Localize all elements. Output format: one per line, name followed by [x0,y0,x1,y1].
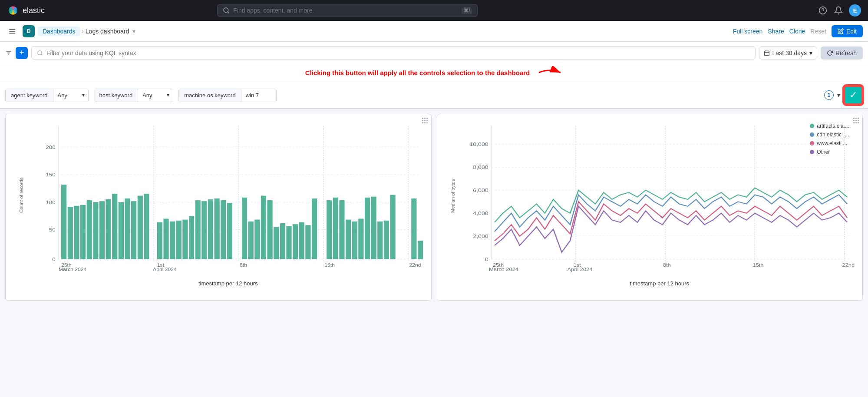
svg-rect-75 [333,198,338,259]
svg-rect-54 [182,220,188,259]
svg-point-2 [9,7,13,14]
date-picker[interactable]: Last 30 days ▾ [759,46,817,60]
annotation-row: Clicking this button will apply all the … [0,64,868,82]
svg-rect-83 [384,221,389,259]
svg-rect-64 [254,220,260,259]
apply-controls-area: 1 ▾ ✓ [824,86,863,105]
svg-rect-63 [248,222,254,259]
svg-point-3 [13,7,17,14]
svg-text:April 2024: April 2024 [153,267,177,272]
svg-rect-42 [99,201,105,259]
svg-rect-69 [286,226,291,259]
breadcrumb-current: Logs dashboard [86,28,129,35]
svg-rect-82 [377,222,383,259]
svg-rect-65 [261,196,266,259]
host-keyword-value[interactable]: Any ▾ [138,89,173,102]
notifications-icon[interactable] [833,5,844,16]
dashboard-badge[interactable]: D [23,25,35,37]
kql-search-bar[interactable] [31,46,756,60]
svg-text:2,000: 2,000 [473,233,488,239]
svg-text:8th: 8th [240,262,247,267]
machine-os-label: machine.os.keyword [179,89,241,102]
svg-rect-66 [267,200,273,259]
agent-keyword-control[interactable]: agent.keyword Any ▾ [5,89,89,102]
top-navigation: elastic ⌘/ E [0,0,868,21]
machine-os-control[interactable]: machine.os.keyword win 7 [178,89,277,102]
svg-rect-85 [411,198,416,259]
svg-rect-55 [189,216,194,259]
agent-keyword-value[interactable]: Any ▾ [53,89,88,102]
refresh-icon [827,50,833,56]
svg-rect-47 [131,201,136,259]
svg-text:10,000: 10,000 [469,141,488,147]
svg-line-5 [228,12,229,13]
breadcrumb: Dashboards › Logs dashboard ▾ [38,26,135,36]
svg-rect-51 [163,218,168,259]
svg-rect-39 [80,205,86,259]
search-input[interactable] [233,7,458,14]
filter-icon[interactable] [5,50,12,56]
apply-check-button[interactable]: ✓ [844,86,863,105]
bar-chart-x-label: timestamp per 12 hours [32,280,424,287]
svg-rect-72 [305,225,310,259]
svg-rect-53 [176,221,182,259]
svg-text:25th: 25th [61,262,72,267]
kql-input[interactable] [46,50,750,56]
agent-keyword-label: agent.keyword [6,89,53,102]
breadcrumb-chevron-icon[interactable]: ▾ [132,28,135,35]
share-button[interactable]: Share [768,28,784,35]
svg-text:0: 0 [485,256,488,262]
svg-rect-67 [274,227,279,259]
global-search[interactable]: ⌘/ [217,4,478,17]
svg-rect-56 [195,200,201,259]
svg-rect-68 [280,223,285,259]
clone-button[interactable]: Clone [789,28,805,35]
svg-rect-16 [764,51,769,56]
svg-point-4 [224,8,228,13]
svg-text:8th: 8th [663,262,670,268]
annotation-arrow-icon [537,66,563,79]
agent-chevron-icon: ▾ [82,92,85,98]
reset-button[interactable]: Reset [810,28,826,35]
svg-text:22nd: 22nd [842,262,855,268]
svg-rect-61 [227,203,232,259]
svg-rect-57 [201,201,207,259]
svg-rect-46 [125,198,130,259]
svg-text:6,000: 6,000 [473,187,488,193]
full-screen-button[interactable]: Full screen [733,28,762,35]
edit-icon [838,28,844,34]
avatar[interactable]: E [849,4,861,17]
svg-rect-78 [352,222,357,259]
filter-bar: + Last 30 days ▾ Refresh [0,42,868,64]
second-navigation: D Dashboards › Logs dashboard ▾ Full scr… [0,21,868,42]
elastic-logo[interactable]: elastic [7,4,45,17]
svg-rect-77 [346,220,351,259]
svg-text:1st: 1st [157,262,165,267]
svg-rect-44 [112,194,117,259]
controls-bar: agent.keyword Any ▾ host.keyword Any ▾ m… [0,82,868,109]
nav-right-actions: Full screen Share Clone Reset Edit [733,25,863,37]
add-filter-button[interactable]: + [16,47,28,59]
svg-rect-59 [215,198,220,259]
svg-text:15th: 15th [752,262,763,268]
refresh-button[interactable]: Refresh [821,46,863,60]
svg-rect-60 [221,200,226,259]
host-keyword-control[interactable]: host.keyword Any ▾ [94,89,174,102]
help-icon[interactable] [818,5,828,16]
host-chevron-icon: ▾ [167,92,169,98]
edit-button[interactable]: Edit [832,25,863,37]
svg-rect-48 [138,196,143,259]
elastic-logo-icon [7,4,19,17]
svg-rect-40 [87,200,92,259]
breadcrumb-dashboards[interactable]: Dashboards [38,26,80,36]
svg-text:March 2024: March 2024 [59,267,87,272]
svg-rect-84 [390,195,395,259]
line-chart-panel: artifacts.ela.... cdn.elastic-.... www.e… [437,114,863,301]
bar-chart-panel: Count of records 0 50 100 150 200 [5,114,432,301]
date-chevron-icon: ▾ [809,50,812,56]
line-chart-x-label: timestamp per 12 hours [464,280,856,287]
apply-dropdown-icon[interactable]: ▾ [835,90,842,100]
hamburger-menu[interactable] [5,24,19,38]
svg-text:8,000: 8,000 [473,164,488,170]
machine-os-value[interactable]: win 7 [241,89,276,102]
